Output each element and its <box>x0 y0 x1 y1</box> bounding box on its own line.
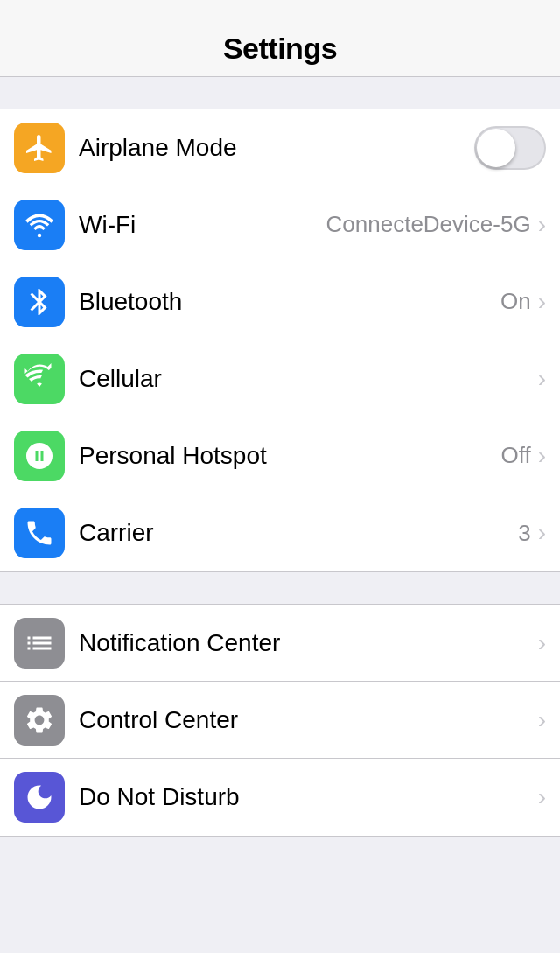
notification-center-right: › <box>538 631 546 655</box>
airplane-mode-right <box>474 126 546 170</box>
notification-svg <box>24 627 55 659</box>
airplane-svg <box>24 132 55 164</box>
do-not-disturb-label: Do Not Disturb <box>79 783 240 811</box>
toggle-knob <box>477 129 515 167</box>
bluetooth-right: On › <box>500 288 546 315</box>
system-group: Notification Center › Control Center › <box>0 604 560 837</box>
moon-svg <box>24 781 55 813</box>
bluetooth-label: Bluetooth <box>79 288 182 316</box>
hotspot-row[interactable]: Personal Hotspot Off › <box>0 417 560 494</box>
bluetooth-icon <box>14 277 65 327</box>
control-center-right: › <box>538 708 546 732</box>
hotspot-icon <box>14 431 65 481</box>
carrier-svg <box>24 517 55 549</box>
carrier-content: Carrier 3 › <box>79 494 560 571</box>
wifi-icon <box>14 200 65 250</box>
wifi-chevron: › <box>538 213 546 237</box>
carrier-right: 3 › <box>518 520 546 547</box>
do-not-disturb-chevron: › <box>538 785 546 809</box>
notification-center-icon <box>14 618 65 669</box>
control-center-svg <box>24 704 55 736</box>
section-gap-middle <box>0 572 560 604</box>
notification-center-content: Notification Center › <box>79 605 560 681</box>
hotspot-svg <box>24 440 55 472</box>
hotspot-content: Personal Hotspot Off › <box>79 417 560 494</box>
airplane-mode-toggle[interactable] <box>474 126 546 170</box>
control-center-label: Control Center <box>79 706 238 734</box>
bluetooth-chevron: › <box>538 290 546 314</box>
bluetooth-content: Bluetooth On › <box>79 263 560 340</box>
do-not-disturb-row[interactable]: Do Not Disturb › <box>0 759 560 836</box>
bluetooth-row[interactable]: Bluetooth On › <box>0 263 560 340</box>
carrier-row[interactable]: Carrier 3 › <box>0 494 560 571</box>
carrier-chevron: › <box>538 521 546 545</box>
notification-center-row[interactable]: Notification Center › <box>0 605 560 682</box>
cellular-chevron: › <box>538 367 546 391</box>
airplane-mode-icon <box>14 123 65 173</box>
header: Settings <box>0 0 560 77</box>
control-center-chevron: › <box>538 708 546 732</box>
airplane-mode-content: Airplane Mode <box>79 109 560 186</box>
cellular-icon <box>14 354 65 404</box>
carrier-label: Carrier <box>79 519 154 547</box>
notification-center-label: Notification Center <box>79 629 280 657</box>
notification-center-chevron: › <box>538 631 546 655</box>
carrier-icon <box>14 508 65 558</box>
wifi-right: ConnecteDevice-5G › <box>326 211 546 238</box>
do-not-disturb-right: › <box>538 785 546 809</box>
wifi-content: Wi-Fi ConnecteDevice-5G › <box>79 186 560 263</box>
carrier-value: 3 <box>518 520 530 547</box>
cellular-right: › <box>538 367 546 391</box>
wifi-svg <box>24 209 55 241</box>
do-not-disturb-icon <box>14 772 65 823</box>
hotspot-chevron: › <box>538 444 546 468</box>
wifi-value: ConnecteDevice-5G <box>326 211 531 238</box>
section-gap-bottom <box>0 837 560 868</box>
wifi-label: Wi-Fi <box>79 211 136 239</box>
control-center-row[interactable]: Control Center › <box>0 682 560 759</box>
cellular-row[interactable]: Cellular › <box>0 340 560 417</box>
hotspot-right: Off › <box>500 442 546 469</box>
bluetooth-value: On <box>500 288 531 315</box>
do-not-disturb-content: Do Not Disturb › <box>79 759 560 836</box>
airplane-mode-row[interactable]: Airplane Mode <box>0 109 560 186</box>
hotspot-label: Personal Hotspot <box>79 442 267 470</box>
control-center-content: Control Center › <box>79 682 560 758</box>
page-title: Settings <box>223 32 337 66</box>
wifi-row[interactable]: Wi-Fi ConnecteDevice-5G › <box>0 186 560 263</box>
hotspot-value: Off <box>500 442 530 469</box>
section-gap-top <box>0 77 560 109</box>
bluetooth-svg <box>24 286 55 318</box>
cellular-svg <box>24 363 55 395</box>
cellular-content: Cellular › <box>79 340 560 417</box>
airplane-mode-label: Airplane Mode <box>79 134 237 162</box>
cellular-label: Cellular <box>79 365 162 393</box>
control-center-icon <box>14 695 65 746</box>
connectivity-group: Airplane Mode Wi-Fi ConnecteDevice-5G › <box>0 109 560 572</box>
